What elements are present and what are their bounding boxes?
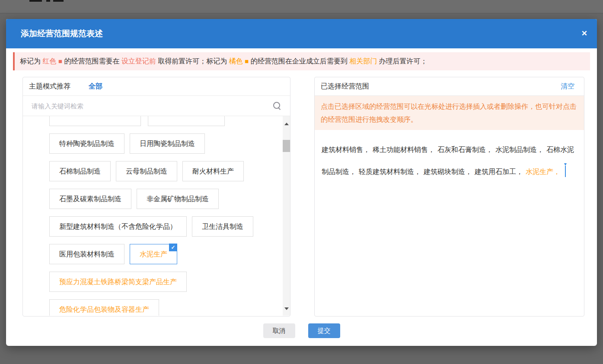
check-icon: ✓ — [169, 244, 177, 251]
chip-row: 石墨及碳素制品制造非金属矿物制品制造 — [49, 189, 290, 209]
scope-chip[interactable]: 特种陶瓷制品制造 — [49, 133, 124, 154]
scroll-thumb[interactable] — [283, 140, 290, 152]
add-business-scope-dialog: 添加经营范围规范表述 ✕ 标记为 红色 ■ 的经营范围需要在 设立登记前 取得前… — [6, 19, 597, 346]
notice-text-segment: 办理后置许可； — [377, 57, 427, 65]
submit-button[interactable]: 提交 — [308, 323, 340, 338]
text-caret — [565, 166, 566, 177]
picker-tab-0[interactable]: 主题模式推荐 — [29, 82, 70, 91]
scope-chip[interactable]: 水泥生产✓ — [130, 244, 177, 264]
scope-chip[interactable]: 日用陶瓷制品制造 — [130, 133, 205, 154]
notice-text-segment: 的经营范围在企业成立后需要到 — [249, 57, 349, 65]
dialog-header: 添加经营范围规范表述 ✕ — [6, 19, 597, 48]
scope-chip[interactable]: 石棉制品制造 — [49, 161, 111, 181]
selected-scope-panel: 已选择经营范围 清空 点击已选择区域的经营范围可以在光标处进行选择插入或者删除操… — [314, 77, 584, 317]
scope-chip[interactable]: 非金属矿物制品制造 — [137, 189, 219, 209]
dialog-footer: 取消 提交 — [6, 323, 597, 338]
chip-row: 医用包装材料制造水泥生产✓ — [49, 244, 290, 264]
selected-scope-item[interactable]: 轻质建筑材料制造， — [359, 168, 421, 175]
clear-button[interactable]: 清空 — [561, 82, 574, 91]
scope-chip[interactable]: 耐火材料生产 — [182, 161, 244, 181]
selected-panel-header: 已选择经营范围 清空 — [315, 77, 584, 96]
picker-tabs: 主题模式推荐全部 — [23, 77, 290, 96]
selected-scope-item[interactable]: 建筑材料销售， — [322, 146, 370, 153]
scrollbar[interactable] — [283, 116, 290, 316]
chip-row-partial — [49, 116, 290, 126]
notice-text-segment: 红色 — [42, 57, 58, 65]
legend-notice: 标记为 红色 ■ 的经营范围需要在 设立登记前 取得前置许可；标记为 橘色 ■ … — [13, 52, 590, 70]
search-row — [23, 96, 290, 116]
scope-picker-panel: 主题模式推荐全部 特种陶瓷制品制造日用陶瓷制品制造石棉制品制造云母制品制造耐火材… — [22, 77, 290, 317]
scope-chip[interactable]: 卫生洁具制造 — [192, 216, 253, 237]
chip-row: 危险化学品包装物及容器生产 — [49, 299, 290, 316]
scroll-down-icon[interactable] — [283, 305, 290, 312]
selected-scope-item[interactable]: 建筑砌块制造， — [424, 168, 472, 175]
selected-hint-text: 点击已选择区域的经营范围可以在光标处进行选择插入或者删除操作，也可针对点击的经营… — [315, 96, 584, 130]
close-icon[interactable]: ✕ — [581, 19, 587, 48]
picker-tab-1[interactable]: 全部 — [89, 82, 102, 91]
scope-chip-partial[interactable] — [49, 116, 141, 126]
notice-text-segment: 取得前置许可；标记为 — [156, 57, 229, 65]
cancel-button[interactable]: 取消 — [263, 323, 295, 338]
search-icon[interactable] — [273, 102, 281, 110]
selected-scope-item[interactable]: 石灰和石膏制造， — [437, 146, 493, 153]
notice-text-segment: 的经营范围需要在 — [62, 57, 121, 65]
scope-chip[interactable]: 预应力混凝土铁路桥梁简支梁产品生产 — [49, 272, 187, 292]
scope-chip[interactable]: 医用包装材料制造 — [49, 244, 124, 264]
scope-chip[interactable]: 危险化学品包装物及容器生产 — [49, 299, 159, 316]
scope-chip[interactable]: 石墨及碳素制品制造 — [49, 189, 131, 209]
orange-square-icon: ■ — [245, 57, 249, 65]
search-input[interactable] — [23, 96, 290, 116]
dialog-title: 添加经营范围规范表述 — [21, 19, 103, 48]
scope-chip[interactable]: 云母制品制造 — [116, 161, 177, 181]
scope-chip-partial[interactable] — [148, 116, 225, 126]
notice-text-segment: 标记为 — [20, 57, 42, 65]
scroll-up-icon[interactable] — [283, 120, 290, 128]
chip-row: 特种陶瓷制品制造日用陶瓷制品制造 — [49, 133, 290, 154]
selected-scope-item[interactable]: 水泥制品制造， — [495, 146, 544, 153]
scope-chip[interactable]: 新型建筑材料制造（不含危险化学品） — [49, 216, 187, 237]
selected-scope-item[interactable]: 水泥生产， — [526, 168, 560, 175]
notice-text-segment: 橘色 — [229, 57, 245, 65]
selected-scope-editor[interactable]: 建筑材料销售，稀土功能材料销售，石灰和石膏制造，水泥制品制造，石棉水泥制品制造，… — [315, 130, 584, 216]
chip-row: 新型建筑材料制造（不含危险化学品）卫生洁具制造 — [49, 216, 290, 237]
notice-text-segment: 相关部门 — [349, 57, 377, 65]
selected-scope-item[interactable]: 建筑用石加工， — [475, 168, 523, 175]
notice-text-segment: 设立登记前 — [121, 57, 156, 65]
chip-row: 石棉制品制造云母制品制造耐火材料生产 — [49, 161, 290, 181]
selected-scope-item[interactable]: 稀土功能材料销售， — [373, 146, 435, 153]
chip-row: 预应力混凝土铁路桥梁简支梁产品生产 — [49, 272, 290, 292]
red-square-icon: ■ — [58, 57, 62, 65]
chip-scroll-area: 特种陶瓷制品制造日用陶瓷制品制造石棉制品制造云母制品制造耐火材料生产石墨及碳素制… — [23, 116, 290, 316]
selected-panel-title: 已选择经营范围 — [321, 82, 369, 91]
